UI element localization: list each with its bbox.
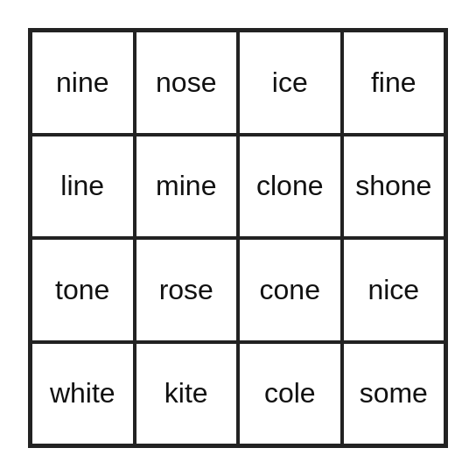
word-label: cole bbox=[264, 377, 316, 410]
word-label: kite bbox=[164, 377, 208, 410]
word-label: tone bbox=[55, 274, 109, 306]
grid-cell: cole bbox=[238, 342, 342, 446]
word-label: clone bbox=[256, 170, 324, 202]
word-label: line bbox=[60, 170, 104, 202]
grid-cell: kite bbox=[135, 342, 239, 446]
word-label: ice bbox=[272, 66, 308, 99]
word-label: fine bbox=[371, 66, 416, 99]
grid-cell: nice bbox=[342, 238, 446, 342]
word-label: nice bbox=[368, 274, 419, 306]
grid-cell: rose bbox=[135, 238, 239, 342]
word-label: shone bbox=[355, 170, 431, 202]
grid-cell: some bbox=[342, 342, 446, 446]
grid-cell: tone bbox=[31, 238, 135, 342]
word-label: some bbox=[360, 377, 428, 410]
grid-cell: cone bbox=[238, 238, 342, 342]
grid-cell: white bbox=[31, 342, 135, 446]
word-label: nose bbox=[156, 66, 216, 99]
grid-cell: mine bbox=[135, 135, 239, 239]
grid-cell: nine bbox=[31, 31, 135, 135]
grid-cell: nose bbox=[135, 31, 239, 135]
word-label: white bbox=[50, 377, 116, 410]
grid-cell: clone bbox=[238, 135, 342, 239]
word-grid: ninenoseicefinelineminecloneshonetoneros… bbox=[28, 28, 448, 448]
grid-cell: fine bbox=[342, 31, 446, 135]
grid-cell: line bbox=[31, 135, 135, 239]
grid-cell: shone bbox=[342, 135, 446, 239]
grid-cell: ice bbox=[238, 31, 342, 135]
word-label: mine bbox=[156, 170, 216, 202]
word-label: rose bbox=[159, 274, 214, 306]
word-label: cone bbox=[260, 274, 320, 306]
word-label: nine bbox=[56, 66, 109, 99]
